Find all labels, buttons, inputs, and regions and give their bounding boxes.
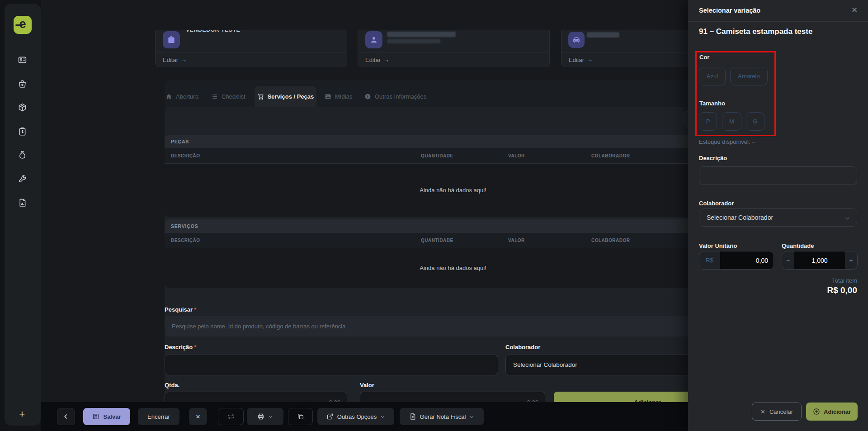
logo-bar: [15, 24, 23, 26]
clipboard-dollar-icon[interactable]: [17, 126, 27, 136]
quantity-increase-button[interactable]: +: [845, 251, 857, 269]
app-logo[interactable]: e: [14, 16, 32, 34]
chevron-down-icon: [844, 215, 850, 221]
arrow-right-icon: →: [587, 57, 593, 63]
copy-button[interactable]: [288, 408, 313, 425]
qtda-label: Qtda.: [165, 382, 179, 388]
drawer-descricao-input[interactable]: [699, 166, 857, 185]
tab-midias[interactable]: Mídias: [325, 86, 352, 107]
redacted-text: [587, 32, 619, 38]
back-button[interactable]: [57, 408, 75, 425]
valor-label: Valor: [360, 382, 374, 388]
servicos-table-title: SERVIÇOS: [165, 219, 741, 233]
valor-unitario-label: Valor Unitário: [699, 242, 737, 249]
drawer-divider: [688, 21, 868, 22]
arrow-right-icon: →: [383, 57, 389, 63]
chevron-down-icon: [268, 414, 273, 419]
total-item-value: R$ 0,00: [827, 285, 857, 295]
customer-edit-link[interactable]: Editar→: [365, 57, 389, 63]
package-icon[interactable]: [17, 102, 27, 112]
wrench-icon[interactable]: [17, 174, 27, 184]
briefcase-icon: [163, 31, 180, 48]
vendor-card-title: VENDEDOR TESTE: [186, 30, 240, 33]
drawer-colaborador-select[interactable]: Selecionar Colaborador: [699, 208, 857, 227]
total-item-label: Total item: [832, 277, 857, 284]
info-icon: [364, 93, 371, 100]
redacted-text: [387, 39, 440, 43]
quantity-decrease-button[interactable]: −: [782, 251, 794, 269]
tamanho-option-m[interactable]: M: [722, 112, 741, 131]
tab-servicos-pecas[interactable]: Serviços / Peças: [255, 86, 316, 107]
person-icon: [365, 31, 382, 48]
pesquisar-label: Pesquisar*: [165, 306, 196, 313]
servicos-table-header: DESCRIÇÃO QUANTIDADE VALOR COLABORADOR: [165, 233, 741, 248]
cancelar-button[interactable]: ✕ Cancelar: [752, 403, 802, 421]
tab-checklist[interactable]: Checklist: [211, 86, 245, 107]
card-divider: [156, 52, 347, 52]
image-icon: [325, 93, 331, 100]
chevron-down-icon: [380, 414, 385, 419]
col-descricao: DESCRIÇÃO: [171, 233, 200, 248]
app-root: e +: [0, 0, 868, 431]
cor-option-amarelo[interactable]: Amarelo: [730, 67, 768, 85]
col-quantidade: QUANTIDADE: [421, 148, 453, 163]
vehicle-edit-link[interactable]: Editar→: [569, 57, 593, 63]
redacted-text: [387, 32, 456, 37]
id-card-icon[interactable]: [17, 55, 27, 65]
save-icon: [92, 413, 99, 420]
print-button[interactable]: [247, 408, 283, 425]
cart-icon: [257, 93, 264, 100]
tab-abertura[interactable]: Abertura: [165, 86, 198, 107]
quantidade-stepper: − +: [782, 251, 858, 270]
col-quantidade: QUANTIDADE: [421, 233, 453, 248]
quantidade-input[interactable]: [794, 251, 845, 269]
basket-icon[interactable]: [17, 79, 27, 89]
car-icon: [568, 32, 585, 48]
sidebar-add-button[interactable]: +: [17, 409, 27, 419]
pecas-empty-message: Ainda não há dados aqui!: [165, 164, 741, 217]
chevron-left-icon: [62, 413, 70, 420]
external-link-icon: [326, 413, 334, 420]
copy-icon: [297, 413, 304, 420]
cor-option-azul[interactable]: Azul: [699, 67, 726, 85]
pecas-table-title: PEÇAS: [165, 135, 741, 148]
adicionar-button[interactable]: Adicionar: [806, 403, 858, 421]
product-search-input[interactable]: [165, 316, 741, 336]
servicos-table: SERVIÇOS DESCRIÇÃO QUANTIDADE VALOR COLA…: [165, 219, 741, 288]
encerrar-button[interactable]: Encerrar: [138, 408, 179, 425]
tamanho-label: Tamanho: [699, 100, 725, 107]
house-icon: [165, 93, 172, 100]
drawer-title: Selecionar variação: [699, 0, 760, 21]
vendor-card: VENDEDOR TESTE Editar→: [155, 30, 347, 67]
sidebar: e +: [5, 4, 41, 426]
col-colaborador: COLABORADOR: [591, 233, 630, 248]
colaborador-label: Colaborador: [505, 344, 540, 350]
card-divider: [358, 52, 549, 52]
x-icon: ✕: [760, 408, 765, 415]
col-descricao: DESCRIÇÃO: [171, 148, 200, 163]
servicos-empty-message: Ainda não há dados aqui!: [165, 248, 741, 288]
repeat-button[interactable]: [218, 408, 244, 425]
outras-opcoes-button[interactable]: Outras Opções: [317, 408, 394, 425]
list-icon: [211, 93, 218, 100]
tamanho-option-p[interactable]: P: [699, 112, 717, 131]
pecas-table: PEÇAS DESCRIÇÃO QUANTIDADE VALOR COLABOR…: [165, 135, 741, 217]
plus-circle-icon: [813, 408, 820, 415]
col-valor: VALOR: [508, 233, 525, 248]
descricao-input[interactable]: [165, 355, 498, 375]
tamanho-option-g[interactable]: G: [746, 112, 764, 131]
money-bag-icon[interactable]: [17, 150, 27, 160]
gerar-nota-fiscal-button[interactable]: Gerar Nota Fiscal: [400, 408, 484, 425]
file-chart-icon[interactable]: [17, 198, 27, 208]
save-button[interactable]: Salvar: [83, 408, 130, 425]
variation-drawer: Selecionar variação ✕ 91 – Camiseta esta…: [688, 0, 868, 431]
product-title: 91 – Camiseta estampada teste: [699, 27, 812, 36]
quantidade-label: Quantidade: [782, 242, 814, 249]
tab-outras-informacoes[interactable]: Outras Informações: [364, 86, 426, 107]
valor-unitario-group: R$: [699, 251, 774, 270]
cancel-os-button[interactable]: ✕: [189, 408, 207, 425]
drawer-close-icon[interactable]: ✕: [849, 5, 860, 16]
col-valor: VALOR: [508, 148, 525, 163]
vendor-edit-link[interactable]: Editar→: [163, 57, 187, 63]
valor-unitario-input[interactable]: [720, 251, 774, 269]
